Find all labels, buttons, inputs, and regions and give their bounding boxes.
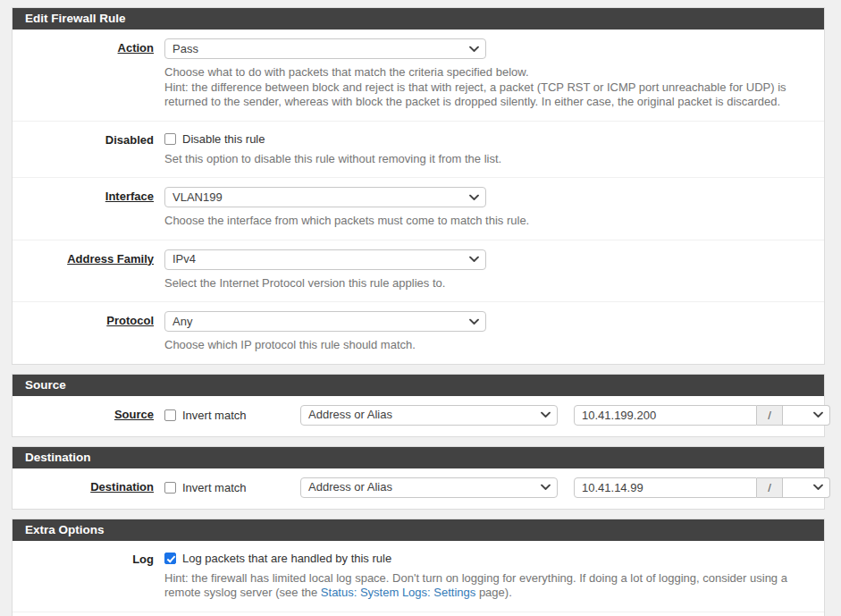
form-row-destination: Destination Invert match Address or Alia… (13, 468, 824, 509)
system-logs-settings-link[interactable]: Status: System Logs: Settings (321, 586, 475, 599)
action-label: Action (118, 41, 154, 55)
panel-title-source: Source (13, 375, 824, 396)
action-help: Choose what to do with packets that matc… (164, 65, 808, 110)
action-select[interactable]: Pass (164, 38, 486, 59)
source-invert-label: Invert match (182, 409, 247, 422)
destination-type-select[interactable]: Address or Alias (300, 477, 558, 498)
protocol-label: Protocol (106, 314, 154, 327)
disable-rule-checkbox[interactable] (164, 133, 176, 145)
disable-rule-checkbox-label: Disable this rule (182, 132, 265, 146)
destination-invert-checkbox[interactable] (164, 482, 176, 494)
protocol-help: Choose which IP protocol this rule shoul… (164, 338, 808, 353)
panel-edit-firewall-rule: Edit Firewall Rule Action Pass Choose wh… (12, 7, 825, 365)
form-row-source: Source Invert match Address or Alias (13, 396, 824, 436)
log-packets-checkbox-label: Log packets that are handled by this rul… (182, 552, 391, 565)
source-mask-separator: / (757, 405, 783, 426)
panel-title-edit-firewall-rule: Edit Firewall Rule (13, 8, 824, 30)
interface-label: Interface (105, 190, 154, 203)
panel-destination: Destination Destination Invert match Add… (12, 446, 825, 510)
source-type-select[interactable]: Address or Alias (300, 405, 558, 426)
form-row-action: Action Pass Choose what to do with packe… (13, 30, 824, 122)
destination-address-input[interactable] (574, 477, 757, 498)
form-row-protocol: Protocol Any Choose which IP protocol th… (13, 302, 824, 364)
source-mask-select[interactable] (783, 405, 830, 426)
destination-invert-label: Invert match (182, 481, 247, 494)
address-family-select[interactable]: IPv4 (164, 249, 486, 270)
source-invert-checkbox[interactable] (164, 409, 176, 421)
interface-help: Choose the interface from which packets … (164, 214, 808, 229)
log-packets-checkbox[interactable] (164, 553, 176, 564)
disabled-label: Disabled (105, 133, 154, 147)
firewall-rule-edit-page: Edit Firewall Rule Action Pass Choose wh… (0, 0, 841, 616)
form-row-disabled: Disabled Disable this rule Set this opti… (13, 122, 824, 179)
destination-mask-select[interactable] (783, 477, 830, 498)
log-help: Hint: the firewall has limited local log… (164, 571, 808, 601)
disabled-help: Set this option to disable this rule wit… (164, 152, 808, 167)
panel-source: Source Source Invert match Address or Al… (12, 374, 825, 437)
address-family-label: Address Family (67, 252, 154, 266)
form-row-log: Log Log packets that are handled by this… (13, 541, 824, 612)
destination-mask-separator: / (757, 477, 783, 498)
log-label: Log (132, 553, 154, 566)
panel-title-extra-options: Extra Options (13, 519, 824, 541)
form-row-address-family: Address Family IPv4 Select the Internet … (13, 240, 824, 303)
source-label: Source (114, 408, 154, 421)
destination-label: Destination (90, 480, 154, 494)
panel-extra-options: Extra Options Log Log packets that are h… (12, 519, 825, 616)
protocol-select[interactable]: Any (164, 311, 486, 332)
panel-title-destination: Destination (13, 447, 824, 468)
source-address-input[interactable] (574, 405, 757, 426)
address-family-help: Select the Internet Protocol version thi… (164, 276, 808, 291)
form-row-description: Description A description may be entered… (13, 612, 824, 616)
interface-select[interactable]: VLAN199 (164, 187, 486, 207)
form-row-interface: Interface VLAN199 Choose the interface f… (13, 178, 824, 240)
